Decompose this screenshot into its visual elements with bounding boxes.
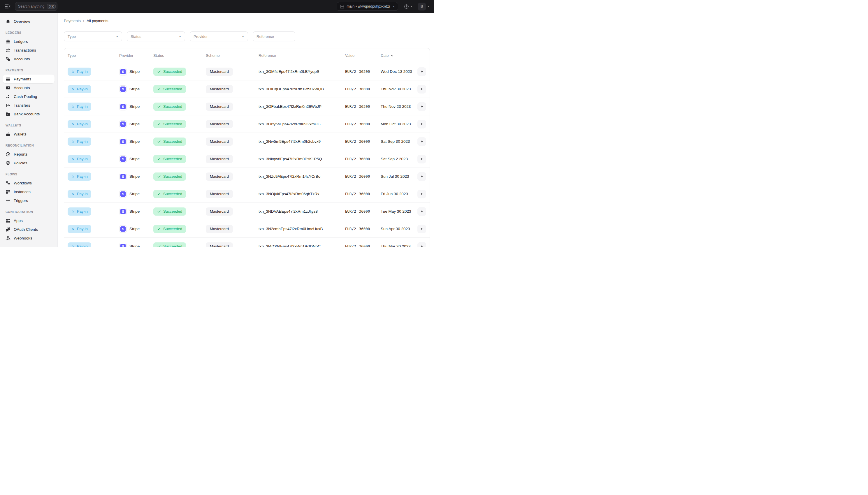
collapse-sidebar-icon[interactable] bbox=[4, 3, 11, 10]
stripe-logo-icon: S bbox=[119, 103, 127, 110]
filter-label: Status bbox=[131, 34, 141, 39]
sidebar-section-label-ledgers: LEDGERS bbox=[5, 31, 54, 34]
arrow-down-right-icon bbox=[71, 209, 75, 213]
table-row[interactable]: Pay-inSStripeSucceededMastercardtxn_3Nkq… bbox=[64, 150, 430, 168]
column-header-status: Status bbox=[153, 53, 206, 58]
arrow-down-right-icon bbox=[71, 87, 75, 91]
filter-provider-select[interactable]: Provider▼ bbox=[190, 32, 248, 41]
help-menu-button[interactable]: ▼ bbox=[404, 4, 413, 9]
filter-bar: Type▼Status▼Provider▼ bbox=[64, 32, 430, 41]
credit-card-icon bbox=[5, 76, 11, 82]
breadcrumb-parent[interactable]: Payments bbox=[64, 19, 81, 23]
sidebar-item-transfers[interactable]: Transfers bbox=[3, 101, 54, 109]
column-header-date[interactable]: Date bbox=[381, 53, 413, 58]
row-detail-button[interactable] bbox=[417, 225, 426, 233]
table-row[interactable]: Pay-inSStripeSucceededMastercardtxn_3OMf… bbox=[64, 63, 430, 81]
stripe-logo-icon: S bbox=[119, 173, 127, 180]
table-row[interactable]: Pay-inSStripeSucceededMastercardtxn_3N2c… bbox=[64, 220, 430, 238]
chevron-down-icon: ▼ bbox=[242, 35, 244, 38]
history-gear-icon bbox=[5, 152, 11, 157]
check-icon bbox=[157, 87, 161, 91]
sidebar-item-reports[interactable]: Reports bbox=[3, 150, 54, 158]
value-cell: EUR/236000 bbox=[345, 244, 381, 248]
sidebar-item-instances[interactable]: Instances bbox=[3, 187, 54, 196]
user-menu-button[interactable]: B ▼ bbox=[418, 3, 430, 11]
sidebar-item-accounts[interactable]: Accounts bbox=[3, 83, 54, 92]
payment-type-badge: Pay-in bbox=[68, 172, 91, 181]
value-amount: 36000 bbox=[359, 209, 370, 214]
date-cell: Mon Oct 30 2023 bbox=[381, 122, 413, 126]
sidebar-item-accounts[interactable]: Accounts bbox=[3, 54, 54, 63]
table-row[interactable]: Pay-inSStripeSucceededMastercardtxn_3NOj… bbox=[64, 185, 430, 203]
sidebar-item-wallets[interactable]: Wallets bbox=[3, 130, 54, 138]
sidebar-item-label: Bank Accounts bbox=[14, 112, 40, 116]
sidebar-item-overview[interactable]: Overview bbox=[3, 17, 54, 25]
filter-reference-input[interactable] bbox=[253, 32, 295, 41]
value-amount: 36000 bbox=[359, 157, 370, 161]
value-cell: EUR/236000 bbox=[345, 139, 381, 143]
sidebar-item-ledgers[interactable]: Ledgers bbox=[3, 37, 54, 46]
table-row[interactable]: Pay-inSStripeSucceededMastercardtxn_3NZc… bbox=[64, 168, 430, 185]
sidebar-section-label-configuration: CONFIGURATION bbox=[5, 210, 54, 214]
row-detail-button[interactable] bbox=[417, 172, 426, 181]
row-detail-button[interactable] bbox=[417, 85, 426, 93]
scheme-chip: Mastercard bbox=[206, 225, 233, 233]
row-detail-button[interactable] bbox=[417, 242, 426, 248]
sidebar-item-policies[interactable]: Policies bbox=[3, 158, 54, 167]
scheme-chip: Mastercard bbox=[206, 120, 233, 128]
value-amount: 36000 bbox=[359, 87, 370, 91]
chevron-right-icon bbox=[420, 157, 423, 160]
home-icon bbox=[5, 19, 11, 24]
sidebar-item-label: Overview bbox=[14, 19, 30, 23]
value-cell: EUR/236000 bbox=[345, 87, 381, 91]
sidebar-item-triggers[interactable]: Triggers bbox=[3, 196, 54, 205]
table-row[interactable]: Pay-inSStripeSucceededMastercardtxn_3OFb… bbox=[64, 98, 430, 115]
value-amount: 36300 bbox=[359, 104, 370, 109]
sidebar-item-apps[interactable]: Apps bbox=[3, 216, 54, 225]
status-badge: Succeeded bbox=[153, 207, 186, 216]
value-currency: EUR/2 bbox=[345, 244, 356, 248]
check-icon bbox=[157, 70, 161, 73]
sidebar-item-cash-pooling[interactable]: Cash Pooling bbox=[3, 92, 54, 101]
row-detail-button[interactable] bbox=[417, 67, 426, 76]
sidebar-item-payments[interactable]: Payments bbox=[3, 74, 54, 83]
help-icon bbox=[404, 4, 409, 9]
sidebar-item-transactions[interactable]: Transactions bbox=[3, 46, 54, 54]
environment-selector[interactable]: main • wkwqordpuhpx-xdzr ▼ bbox=[337, 2, 398, 11]
table-row[interactable]: Pay-inSStripeSucceededMastercardtxn_3OlC… bbox=[64, 81, 430, 98]
filter-label: Provider bbox=[194, 34, 207, 39]
sidebar-item-label: Policies bbox=[14, 161, 28, 165]
provider-cell: SStripe bbox=[119, 85, 153, 93]
row-detail-button[interactable] bbox=[417, 102, 426, 111]
row-detail-button[interactable] bbox=[417, 120, 426, 129]
topbar: ⌘K main • wkwqordpuhpx-xdzr ▼ ▼ B ▼ bbox=[0, 0, 434, 13]
check-icon bbox=[157, 157, 161, 161]
row-detail-button[interactable] bbox=[417, 190, 426, 199]
search-input[interactable] bbox=[18, 4, 45, 8]
sidebar-item-webhooks[interactable]: Webhooks bbox=[3, 234, 54, 242]
table-row[interactable]: Pay-inSStripeSucceededMastercardtxn_3Nw5… bbox=[64, 133, 430, 150]
filter-status-select[interactable]: Status▼ bbox=[127, 32, 185, 41]
sidebar-item-bank-accounts[interactable]: Bank Accounts bbox=[3, 109, 54, 118]
sidebar-item-workflows[interactable]: Workflows bbox=[3, 178, 54, 187]
chevron-right-icon bbox=[420, 140, 423, 143]
value-currency: EUR/2 bbox=[345, 192, 356, 196]
search-box[interactable]: ⌘K bbox=[15, 2, 57, 11]
row-detail-button[interactable] bbox=[417, 137, 426, 146]
table-row[interactable]: Pay-inSStripeSucceededMastercardtxn_3NDV… bbox=[64, 203, 430, 220]
row-detail-button[interactable] bbox=[417, 155, 426, 164]
filter-type-select[interactable]: Type▼ bbox=[64, 32, 122, 41]
sidebar-section-label-wallets: WALLETS bbox=[5, 123, 54, 127]
folder-icon bbox=[5, 112, 11, 117]
table-row[interactable]: Pay-inSStripeSucceededMastercardtxn_3O6y… bbox=[64, 115, 430, 133]
value-amount: 36000 bbox=[359, 174, 370, 178]
reference-cell: txn_3O6y5aEps47l2xRm09l2xmUG bbox=[258, 122, 345, 126]
sidebar-item-oauth-clients[interactable]: OAuth Clients bbox=[3, 225, 54, 234]
row-detail-button[interactable] bbox=[417, 207, 426, 216]
chevron-right-icon bbox=[420, 122, 423, 125]
chevron-right-icon bbox=[420, 227, 423, 231]
grid-plus-icon bbox=[5, 189, 11, 194]
table-row[interactable]: Pay-inSStripeSucceededMastercardtxn_3MrO… bbox=[64, 238, 430, 248]
status-badge: Succeeded bbox=[153, 120, 186, 128]
provider-name: Stripe bbox=[129, 227, 139, 231]
